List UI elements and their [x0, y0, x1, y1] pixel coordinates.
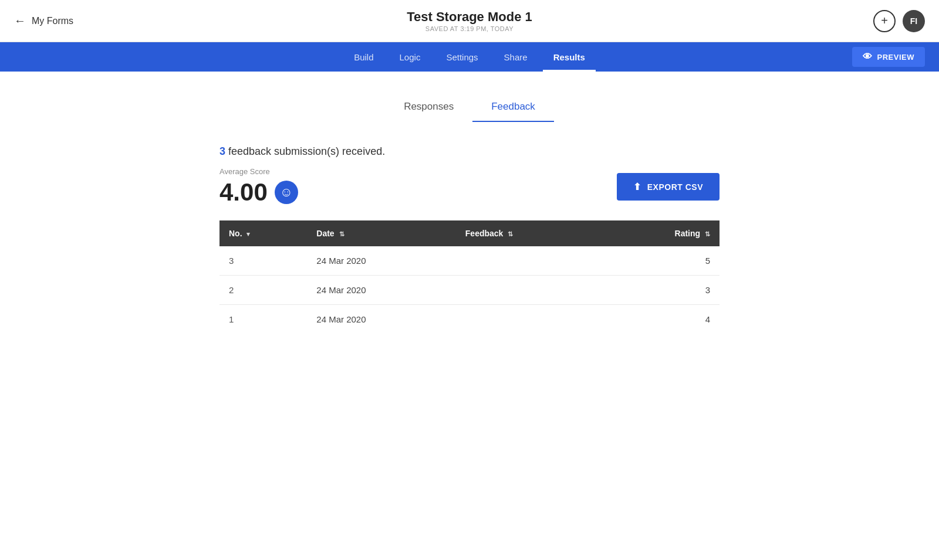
row-no-3: 3: [219, 246, 307, 276]
row-no-1: 1: [219, 305, 307, 334]
back-navigation[interactable]: ← My Forms: [14, 14, 108, 28]
table-header-row: No. ▾ Date ⇅ Feedback ⇅ Rating ⇅: [219, 220, 720, 246]
nav-bar: Build Logic Settings Share Results 👁 PRE…: [0, 42, 939, 72]
table-row: 2 24 Mar 2020 3: [219, 276, 720, 305]
saved-status: SAVED AT 3:19 PM, TODAY: [108, 25, 831, 32]
feedback-stats: 3 feedback submission(s) received. Avera…: [219, 145, 720, 334]
sub-tab-responses[interactable]: Responses: [385, 95, 472, 122]
table-row: 3 24 Mar 2020 5: [219, 246, 720, 276]
app-header: ← My Forms Test Storage Mode 1 SAVED AT …: [0, 0, 939, 42]
row-date-2: 24 Mar 2020: [307, 276, 456, 305]
tab-logic[interactable]: Logic: [389, 42, 431, 72]
form-title: Test Storage Mode 1: [108, 9, 831, 25]
score-row: Average Score 4.00 ☺ ⬆ EXPORT CSV: [219, 167, 720, 206]
row-no-2: 2: [219, 276, 307, 305]
back-arrow-icon: ←: [14, 14, 26, 28]
main-content: Responses Feedback 3 feedback submission…: [205, 72, 734, 371]
my-forms-link[interactable]: My Forms: [32, 16, 73, 26]
tab-results[interactable]: Results: [543, 42, 596, 72]
add-button[interactable]: +: [873, 10, 896, 32]
preview-label: PREVIEW: [877, 53, 914, 62]
header-right: + FI: [831, 10, 925, 32]
col-date[interactable]: Date ⇅: [307, 220, 456, 246]
score-value-row: 4.00 ☺: [219, 178, 298, 206]
row-date-3: 24 Mar 2020: [307, 246, 456, 276]
row-date-1: 24 Mar 2020: [307, 305, 456, 334]
export-label: EXPORT CSV: [647, 182, 703, 192]
row-rating-1: 4: [601, 305, 720, 334]
sort-icon-rating: ⇅: [705, 230, 710, 238]
sort-icon-feedback: ⇅: [508, 230, 513, 238]
score-left: Average Score 4.00 ☺: [219, 167, 298, 206]
feedback-count-number: 3: [219, 145, 225, 157]
feedback-table: No. ▾ Date ⇅ Feedback ⇅ Rating ⇅: [219, 220, 720, 334]
row-rating-3: 5: [601, 246, 720, 276]
col-rating[interactable]: Rating ⇅: [601, 220, 720, 246]
row-feedback-2: [456, 276, 602, 305]
eye-icon: 👁: [863, 52, 873, 62]
smiley-icon: ☺: [275, 181, 298, 204]
avg-score-label: Average Score: [219, 167, 298, 176]
sub-tab-feedback[interactable]: Feedback: [472, 95, 554, 122]
preview-button[interactable]: 👁 PREVIEW: [852, 47, 925, 67]
sub-tabs: Responses Feedback: [219, 95, 720, 122]
sort-icon-no: ▾: [246, 230, 250, 238]
header-center: Test Storage Mode 1 SAVED AT 3:19 PM, TO…: [108, 9, 831, 32]
row-feedback-3: [456, 246, 602, 276]
col-feedback[interactable]: Feedback ⇅: [456, 220, 602, 246]
row-feedback-1: [456, 305, 602, 334]
sort-icon-date: ⇅: [339, 230, 344, 238]
feedback-count-text: 3 feedback submission(s) received.: [219, 145, 720, 158]
nav-tabs: Build Logic Settings Share Results: [14, 42, 925, 72]
tab-build[interactable]: Build: [343, 42, 384, 72]
table-row: 1 24 Mar 2020 4: [219, 305, 720, 334]
avatar[interactable]: FI: [903, 10, 925, 32]
tab-settings[interactable]: Settings: [435, 42, 488, 72]
export-csv-button[interactable]: ⬆ EXPORT CSV: [617, 173, 720, 201]
export-icon: ⬆: [633, 181, 641, 192]
avg-score-value: 4.00: [219, 178, 268, 206]
feedback-count-suffix: feedback submission(s) received.: [228, 145, 385, 157]
col-no[interactable]: No. ▾: [219, 220, 307, 246]
tab-share[interactable]: Share: [494, 42, 538, 72]
row-rating-2: 3: [601, 276, 720, 305]
